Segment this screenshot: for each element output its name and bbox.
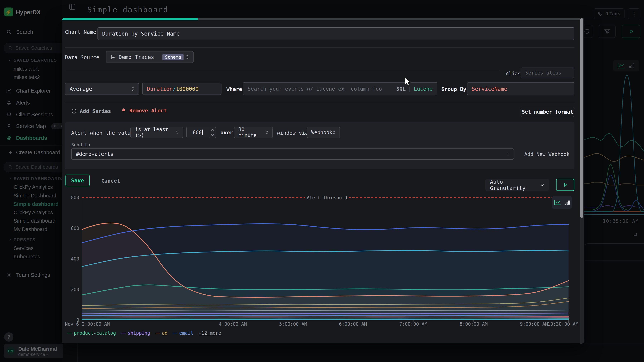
y-tick-label: 400 <box>68 256 79 262</box>
alert-config-panel: Alert when the value is at least (≥) 800… <box>65 122 574 169</box>
select-carets-icon <box>186 54 189 60</box>
legend-item: email <box>173 330 193 336</box>
send-to-label: Send to <box>71 142 90 147</box>
x-tick-label: 7:00:00 AM <box>399 322 427 327</box>
legend-swatch <box>173 333 178 333</box>
field-token: Duration <box>147 86 173 92</box>
run-chart-button[interactable] <box>556 179 574 191</box>
number-spinner[interactable] <box>209 127 216 138</box>
group-by-label: Group By <box>441 86 466 92</box>
add-new-webhook-button[interactable]: Add New Webhook <box>524 151 570 157</box>
lucene-mode-button[interactable]: Lucene <box>414 86 432 92</box>
granularity-select[interactable]: Auto Granularity <box>485 179 549 191</box>
scrollbar-thumb[interactable] <box>580 18 583 218</box>
sql-mode-button[interactable]: SQL <box>396 86 406 92</box>
progress-track <box>62 18 584 20</box>
window-via-label: window via <box>277 130 308 136</box>
legend-item: product-catalog <box>68 330 116 336</box>
legend-item: ad <box>156 330 168 336</box>
aggregation-select[interactable]: Average <box>65 83 139 95</box>
chart-canvas <box>65 192 578 328</box>
group-by-input[interactable]: ServiceName <box>467 82 574 95</box>
spinner-down-icon[interactable] <box>209 132 216 138</box>
where-label: Where <box>226 86 242 92</box>
legend-more-link[interactable]: +12 more <box>199 330 221 336</box>
database-icon <box>111 54 116 59</box>
field-expression-input[interactable]: Duration/1000000 <box>142 83 222 95</box>
alias-label: Alias <box>506 71 521 77</box>
alert-window-select[interactable]: 30 minute <box>234 127 273 138</box>
chart-type-toggle[interactable] <box>552 196 572 209</box>
circle-plus-icon <box>71 108 77 114</box>
alert-threshold-input[interactable]: 800 <box>186 127 216 138</box>
mouse-cursor <box>404 77 412 86</box>
spinner-up-icon[interactable] <box>209 127 216 132</box>
add-series-button[interactable]: Add Series <box>71 108 111 114</box>
edit-chart-modal: Chart Name Duration by Service Name Data… <box>62 18 584 344</box>
cancel-button[interactable]: Cancel <box>101 178 120 184</box>
modal-scrollbar[interactable] <box>580 18 584 344</box>
y-tick-label: 200 <box>68 287 79 292</box>
over-label: over <box>220 130 233 136</box>
play-icon <box>562 182 568 187</box>
progress-bar <box>62 18 198 20</box>
set-number-format-button[interactable]: Set number format <box>520 107 574 117</box>
chart-name-input[interactable]: Duration by Service Name <box>98 27 574 40</box>
select-carets-icon <box>332 130 335 135</box>
x-tick-label: 9:00:00 AM <box>520 322 548 327</box>
legend-item: shipping <box>121 330 150 336</box>
data-source-select[interactable]: Demo Traces Schema <box>106 51 194 63</box>
alert-threshold-label: Alert Threshold <box>305 195 349 200</box>
remove-alert-button[interactable]: Remove Alert <box>121 108 167 114</box>
select-carets-icon <box>506 152 509 156</box>
x-tick-label: 4:00:00 AM <box>219 322 247 327</box>
legend-swatch <box>121 333 126 333</box>
alert-prefix-label: Alert when the value <box>71 130 134 136</box>
send-to-select[interactable]: #demo-alerts <box>71 149 514 160</box>
x-tick-label: 10:30:00 AM <box>548 322 578 327</box>
alert-condition-select[interactable]: is at least (≥) <box>130 127 183 138</box>
y-tick-label: 600 <box>68 226 79 231</box>
bar-chart-icon <box>564 199 570 205</box>
line-chart-icon <box>554 199 561 205</box>
chart-legend: product-catalogshippingademail+12 more <box>68 330 221 336</box>
chevron-down-icon <box>540 182 544 187</box>
schema-badge: Schema <box>162 54 184 60</box>
alert-channel-select[interactable]: Webhook <box>306 127 340 138</box>
legend-swatch <box>156 333 160 333</box>
preview-chart: Alert Threshold 0200400600800 Nov 6 2:30… <box>65 192 578 337</box>
text-caret <box>202 130 203 135</box>
select-carets-icon <box>266 130 268 135</box>
legend-swatch <box>68 333 72 333</box>
number-token: 1000000 <box>176 86 198 92</box>
chart-name-label: Chart Name <box>65 29 96 35</box>
x-tick-label: 8:00:00 AM <box>460 322 488 327</box>
operator-token: / <box>173 86 176 92</box>
select-carets-icon <box>131 86 134 91</box>
save-button[interactable]: Save <box>66 175 90 186</box>
x-tick-label: 5:00:00 AM <box>279 322 307 327</box>
y-tick-label: 800 <box>68 195 79 200</box>
x-tick-label: Nov 6 2:30:00 AM <box>65 322 110 327</box>
alias-input[interactable]: Series alias <box>520 68 574 78</box>
x-tick-label: 6:00:00 AM <box>339 322 367 327</box>
bell-icon <box>121 108 126 114</box>
data-source-label: Data Source <box>65 54 99 60</box>
select-carets-icon <box>176 130 179 135</box>
